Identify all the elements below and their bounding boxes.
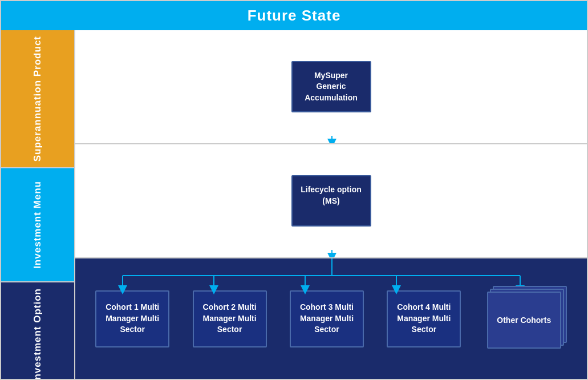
lifecycle-box: Lifecycle option (MS) — [291, 175, 371, 227]
stack-card-front: Other Cohorts — [487, 292, 561, 349]
super-label-cell: Superannuation Product — [1, 30, 74, 168]
super-label: Superannuation Product — [32, 36, 43, 161]
label-column: Superannuation Product Investment Menu I… — [1, 30, 75, 379]
content-area: Superannuation Product Investment Menu I… — [1, 30, 587, 379]
cohort1-box: Cohort 1 Multi Manager Multi Sector — [95, 290, 169, 347]
invest-option-label-cell: Investment Option — [1, 282, 74, 379]
header-row: Future State — [1, 1, 587, 30]
diagram-container: Future State Superannuation Product Inve… — [0, 0, 588, 380]
mysuper-box: MySuper Generic Accumulation — [291, 61, 371, 113]
other-cohorts-stack: Other Cohorts — [484, 286, 567, 351]
cohort2-box: Cohort 2 Multi Manager Multi Sector — [193, 290, 267, 347]
invest-menu-label: Investment Menu — [32, 181, 43, 269]
row-invest-menu: Lifecycle option (MS) — [75, 144, 587, 258]
cohort4-box: Cohort 4 Multi Manager Multi Sector — [387, 290, 461, 347]
row-invest-option: Cohort 1 Multi Manager Multi Sector Coho… — [75, 258, 587, 379]
row-super: MySuper Generic Accumulation — [75, 30, 587, 144]
invest-menu-label-cell: Investment Menu — [1, 168, 74, 282]
invest-option-label: Investment Option — [32, 288, 43, 379]
rows-wrapper: MySuper Generic Accumulation — [75, 30, 587, 379]
cohort3-box: Cohort 3 Multi Manager Multi Sector — [290, 290, 364, 347]
page-title: Future State — [1, 7, 587, 25]
